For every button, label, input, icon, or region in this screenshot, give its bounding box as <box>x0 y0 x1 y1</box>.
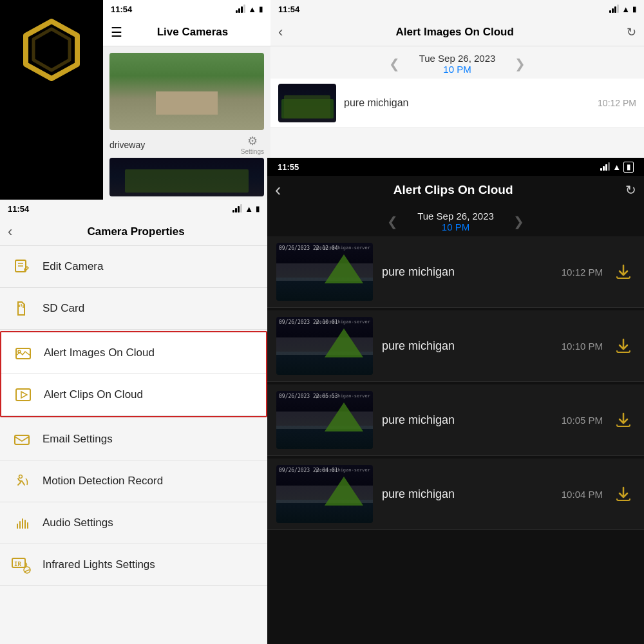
menu-item-alert-images[interactable]: Alert Images On Cloud <box>1 332 266 374</box>
motion-detection-icon <box>10 469 33 493</box>
alert-images-title: Alert Images On Cloud <box>283 26 627 39</box>
audio-settings-label: Audio Settings <box>43 516 113 529</box>
camera-props-time: 11:54 <box>8 204 29 214</box>
wifi-icon-2: ▲ <box>621 5 630 14</box>
alert-clips-title: Alert Clips On Cloud <box>281 183 625 197</box>
menu-item-sd-card[interactable]: SD Card <box>0 288 267 330</box>
back-button-camera-props[interactable]: ‹ <box>8 223 12 240</box>
clip-camera-name-4: pure michigan <box>382 488 455 501</box>
download-button-3[interactable] <box>612 408 635 431</box>
svg-text:IR: IR <box>14 561 21 567</box>
highlighted-menu-group: Alert Images On Cloud Alert Clips On Clo… <box>0 331 267 417</box>
alert-images-time: 11:54 <box>278 5 299 14</box>
menu-item-audio-settings[interactable]: Audio Settings <box>0 502 267 544</box>
refresh-button-alert-images[interactable]: ↻ <box>627 25 636 39</box>
next-date-button[interactable]: ❯ <box>508 56 532 71</box>
menu-item-alert-clips[interactable]: Alert Clips On Cloud <box>1 374 266 416</box>
alert-images-icon <box>12 341 35 365</box>
panel-camera-properties: 11:54 ▲ ▮ ‹ Camera Properties <box>0 200 267 644</box>
clip-camera-name-2: pure michigan <box>382 339 455 353</box>
alert-image-thumb <box>278 84 336 122</box>
clip-item-4[interactable]: 09/26/2023 22:04:01 pure-michigan-server… <box>267 459 644 530</box>
wifi-icon: ▲ <box>248 5 256 14</box>
battery-icon-2: ▮ <box>632 5 636 14</box>
prev-date-button[interactable]: ❮ <box>383 56 406 71</box>
live-cameras-time: 11:54 <box>111 5 132 14</box>
alert-images-date-nav: ❮ Tue Sep 26, 2023 10 PM ❯ <box>270 46 644 79</box>
back-button-alert-clips[interactable]: ‹ <box>275 180 281 200</box>
app-logo <box>6 6 97 97</box>
clip-item-3[interactable]: 09/26/2023 22:05:53 pure-michigan-server… <box>267 384 644 456</box>
wifi-icon-3: ▲ <box>245 204 253 214</box>
clip-item-2[interactable]: 09/26/2023 22:10:01 pure-michigan-server… <box>267 310 644 382</box>
alert-clips-date: Tue Sep 26, 2023 <box>417 211 494 222</box>
menu-item-motion-detection[interactable]: Motion Detection Record <box>0 460 267 502</box>
clip-thumb-2: 09/26/2023 22:10:01 pure-michigan-server <box>276 317 373 375</box>
wifi-icon-4: ▲ <box>612 162 621 172</box>
prev-date-clips-button[interactable]: ❮ <box>381 214 404 229</box>
alert-clips-time-period: 10 PM <box>417 222 494 232</box>
camera-thumb-night[interactable] <box>109 158 264 196</box>
signal-icon <box>236 5 245 13</box>
camera-list: driveway ⚙ Settings <box>103 46 270 206</box>
next-date-clips-button[interactable]: ❯ <box>507 214 531 229</box>
signal-icon-4 <box>600 163 610 171</box>
alert-clips-status-bar: 11:55 ▲ ▮ <box>267 158 644 176</box>
camera-properties-menu: Edit Camera SD Card <box>0 246 267 644</box>
camera-props-status-bar: 11:54 ▲ ▮ <box>0 200 267 218</box>
clip-time-4: 10:04 PM <box>562 489 603 500</box>
battery-icon: ▮ <box>259 5 263 14</box>
menu-item-infrared-lights[interactable]: IR Infrared Lights Settings <box>0 544 267 586</box>
alert-clips-icon <box>12 383 35 406</box>
panel-alert-images: 11:54 ▲ ▮ ‹ Alert Images On Cloud ↻ ❮ Tu… <box>270 0 644 161</box>
edit-camera-icon <box>10 255 33 278</box>
live-cameras-title: Live Cameras <box>122 26 263 39</box>
camera-thumb-driveway[interactable] <box>109 53 264 130</box>
download-button-2[interactable] <box>612 334 635 357</box>
download-button-1[interactable] <box>612 260 635 283</box>
alert-image-camera-name: pure michigan <box>344 97 409 109</box>
alert-image-item[interactable]: pure michigan 10:12 PM <box>270 79 644 128</box>
camera-name-driveway: driveway <box>109 140 145 150</box>
alert-images-menu-label: Alert Images On Cloud <box>44 346 155 359</box>
camera-props-nav-bar: ‹ Camera Properties <box>0 218 267 246</box>
email-settings-icon <box>10 428 33 451</box>
svg-point-11 <box>19 475 23 478</box>
refresh-button-alert-clips[interactable]: ↻ <box>625 182 636 198</box>
alert-clips-menu-label: Alert Clips On Cloud <box>44 388 143 401</box>
camera-props-title: Camera Properties <box>12 225 260 238</box>
clip-time-1: 10:12 PM <box>562 267 603 278</box>
menu-item-edit-camera[interactable]: Edit Camera <box>0 246 267 288</box>
infrared-lights-label: Infrared Lights Settings <box>43 558 155 571</box>
clips-list: 09/26/2023 22:12:04 pure-michigan-server… <box>267 236 644 644</box>
alert-clips-date-nav: ❮ Tue Sep 26, 2023 10 PM ❯ <box>267 204 644 236</box>
back-button-alert-images[interactable]: ‹ <box>278 24 283 41</box>
clip-time-2: 10:10 PM <box>562 341 603 352</box>
clip-time-3: 10:05 PM <box>562 415 603 426</box>
live-cameras-status-bar: 11:54 ▲ ▮ <box>103 0 270 18</box>
clip-item-1[interactable]: 09/26/2023 22:12:04 pure-michigan-server… <box>267 236 644 308</box>
sd-card-icon <box>10 297 33 320</box>
sd-card-label: SD Card <box>43 302 84 315</box>
battery-icon-3: ▮ <box>256 205 260 213</box>
panel-alert-clips: 11:55 ▲ ▮ ‹ Alert Clips On Cloud ↻ ❮ Tue… <box>267 158 644 644</box>
download-button-4[interactable] <box>612 482 635 506</box>
svg-point-7 <box>18 350 21 353</box>
battery-icon-4: ▮ <box>623 162 634 173</box>
signal-icon-2 <box>609 5 619 13</box>
settings-button-driveway[interactable]: ⚙ Settings <box>241 134 264 155</box>
hamburger-button[interactable]: ☰ <box>111 24 122 40</box>
infrared-lights-icon: IR <box>10 553 33 576</box>
camera-label-driveway: driveway ⚙ Settings <box>109 134 264 155</box>
alert-clips-nav-bar: ‹ Alert Clips On Cloud ↻ <box>267 176 644 204</box>
panel-live-cameras: 11:54 ▲ ▮ ☰ Live Cameras driveway ⚙ Sett… <box>103 0 270 206</box>
svg-marker-9 <box>21 392 27 398</box>
settings-label: Settings <box>241 148 264 155</box>
alert-images-list: pure michigan 10:12 PM <box>270 79 644 128</box>
clip-camera-name-3: pure michigan <box>382 413 455 427</box>
menu-item-email-settings[interactable]: Email Settings <box>0 419 267 460</box>
alert-images-nav-bar: ‹ Alert Images On Cloud ↻ <box>270 18 644 46</box>
alert-image-time: 10:12 PM <box>598 98 636 108</box>
alert-images-date: Tue Sep 26, 2023 <box>419 53 496 64</box>
email-settings-label: Email Settings <box>43 433 113 446</box>
